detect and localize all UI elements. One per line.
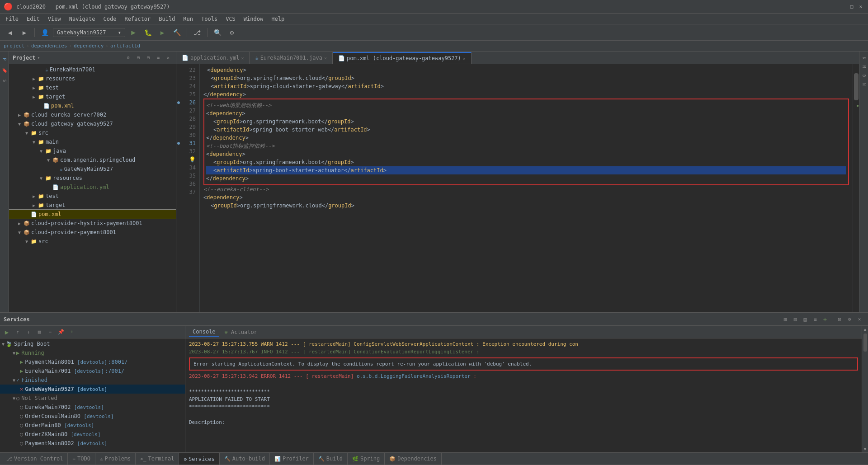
tree-item-gateway-main[interactable]: ☕ GateWayMain9527 <box>9 164 176 174</box>
tree-item-target1[interactable]: ▶ 📁 target <box>9 92 176 101</box>
project-panel-expand[interactable]: ⊞ <box>134 54 142 62</box>
scroll-up-button[interactable]: ↑ <box>13 327 23 337</box>
tree-item-pom1[interactable]: 📄 pom.xml <box>9 101 176 110</box>
tab-auto-build[interactable]: 🔨 Auto-build <box>220 452 270 465</box>
tab-dependencies[interactable]: 📦 Dependencies <box>385 452 442 465</box>
tab-spring[interactable]: 🌿 Spring <box>348 452 385 465</box>
tab-pom-xml[interactable]: 📄 pom.xml (cloud-gateway-gateway9527) ✕ <box>333 52 472 64</box>
debug-button[interactable]: 🐛 <box>142 26 154 39</box>
tab-terminal[interactable]: >_ Terminal <box>136 452 179 465</box>
panel-expand-icon[interactable]: ⊡ <box>835 315 844 324</box>
services-expand-all[interactable]: ⊞ <box>780 315 790 324</box>
svc-item-payment8002[interactable]: ○ PaymentMain8002 [devtools] <box>0 439 185 448</box>
tree-item-pom-gateway[interactable]: 📄 pom.xml <box>9 210 176 219</box>
menu-file[interactable]: File <box>2 15 22 23</box>
vcs-button[interactable]: ⎇ <box>191 26 203 39</box>
services-filter[interactable]: ≡ <box>810 315 820 324</box>
tree-item-resources2[interactable]: ▼ 📁 resources <box>9 174 176 183</box>
tree-item-target2[interactable]: ▶ 📁 target <box>9 201 176 210</box>
close-button[interactable]: ✕ <box>857 3 864 10</box>
svc-item-orderconsul80[interactable]: ○ OrderConsulMain80 [devtools] <box>0 412 185 421</box>
tree-item-application-yml[interactable]: 📄 application.yml <box>9 183 176 192</box>
menu-refactor[interactable]: Refactor <box>121 15 154 23</box>
scroll-down-btn[interactable]: ▼ <box>863 446 866 451</box>
tree-item-hystrix[interactable]: ▶ 📦 cloud-provider-hystrix-payment8001 <box>9 219 176 228</box>
svc-item-ordermain80[interactable]: ○ OrderMain80 [devtools] <box>0 421 185 430</box>
run-button[interactable]: ▶ <box>127 26 140 39</box>
svc-group-not-started[interactable]: ▼ ○ Not Started <box>0 394 185 403</box>
project-icon[interactable]: P <box>0 55 9 63</box>
filter-button[interactable]: ≡ <box>45 327 55 337</box>
menu-code[interactable]: Code <box>100 15 120 23</box>
tab-eurekamain7001-java[interactable]: ☕ EurekaMain7001.java ✕ <box>250 52 333 64</box>
services-add[interactable]: + <box>820 315 830 324</box>
svc-item-gateway9527[interactable]: ✕ GateWayMain9527 [devtools] <box>0 385 185 394</box>
svc-item-eurekamain7001[interactable]: ▶ EurekaMain7001 [devtools] :7001/ <box>0 366 185 376</box>
menu-run[interactable]: Run <box>179 15 197 23</box>
menu-navigate[interactable]: Navigate <box>66 15 99 23</box>
key-promoter-icon[interactable]: K <box>861 55 867 61</box>
tab-version-control[interactable]: ⎇ Version Control <box>2 452 68 465</box>
panel-close-icon[interactable]: ✕ <box>854 315 864 324</box>
bookmarks-icon[interactable]: 🔖 <box>0 66 9 74</box>
menu-edit[interactable]: Edit <box>23 15 43 23</box>
search-everywhere-button[interactable]: 🔍 <box>211 26 224 39</box>
database-icon[interactable]: D <box>861 73 867 79</box>
project-panel-collapse[interactable]: ⊟ <box>144 54 152 62</box>
tab-close-pom[interactable]: ✕ <box>463 56 466 61</box>
tree-item-test1[interactable]: ▶ 📁 test <box>9 83 176 92</box>
tab-build[interactable]: 🔨 Build <box>314 452 348 465</box>
menu-vcs[interactable]: VCS <box>222 15 239 23</box>
project-panel-close[interactable]: ✕ <box>164 54 172 62</box>
menu-view[interactable]: View <box>44 15 65 23</box>
console-output[interactable]: 2023-08-27 15:27:13.755 WARN 1412 --- [ … <box>185 338 862 452</box>
breadcrumb-project[interactable]: project <box>4 43 24 49</box>
menu-build[interactable]: Build <box>155 15 179 23</box>
scroll-down-button[interactable]: ↓ <box>24 327 33 337</box>
tree-item-src[interactable]: ▼ 📁 src <box>9 128 176 137</box>
pin-button[interactable]: 📌 <box>56 327 66 337</box>
tree-item-resources1[interactable]: ▶ 📁 resources <box>9 74 176 83</box>
project-panel-gear[interactable]: ⚙ <box>124 54 132 62</box>
tree-item-src2[interactable]: ▼ 📁 src <box>9 237 176 246</box>
run-configurations-dropdown[interactable]: 👤 <box>38 26 51 39</box>
forward-button[interactable]: ▶ <box>18 26 31 39</box>
svc-group-springboot[interactable]: ▼ 🍃 Spring Boot <box>0 339 185 348</box>
run-with-coverage-button[interactable]: ▶ <box>156 26 169 39</box>
build-button[interactable]: 🔨 <box>170 26 183 39</box>
tree-item-cloud-gateway[interactable]: ▼ 📦 cloud-gateway-gateway9527 <box>9 119 176 128</box>
settings-button[interactable]: ⚙ <box>226 26 238 39</box>
tree-item-test2[interactable]: ▶ 📁 test <box>9 192 176 201</box>
menu-help[interactable]: Help <box>268 15 288 23</box>
menu-window[interactable]: Window <box>240 15 267 23</box>
add-service-button[interactable]: + <box>67 327 77 337</box>
console-scrollbar-thumb[interactable] <box>863 333 867 352</box>
maven-icon[interactable]: M <box>861 64 867 70</box>
maximize-button[interactable]: □ <box>848 3 855 10</box>
code-editor[interactable]: <dependency> <groupId>org.springframewor… <box>200 64 853 312</box>
tree-item-package[interactable]: ▼ 📦 com.angenin.springcloud <box>9 155 176 164</box>
breadcrumb-dependency[interactable]: dependency <box>74 43 104 49</box>
tab-actuator[interactable]: ⊕ Actuator <box>221 328 261 336</box>
tab-todo[interactable]: ≡ TODO <box>68 452 95 465</box>
panel-settings-icon[interactable]: ⚙ <box>844 315 854 324</box>
tab-problems[interactable]: ⚠ Problems <box>95 452 136 465</box>
tab-application-yml[interactable]: 📄 application.yml ✕ <box>176 52 250 64</box>
svc-group-running[interactable]: ▼ ▶ Running <box>0 348 185 357</box>
tab-profiler[interactable]: 📊 Profiler <box>270 452 314 465</box>
tree-item-java[interactable]: ▼ 📁 java <box>9 146 176 155</box>
tree-item-eurekamain7001[interactable]: ☕ EurekaMain7001 <box>9 65 176 74</box>
project-panel-dropdown[interactable]: ▾ <box>38 55 40 60</box>
back-button[interactable]: ◀ <box>4 26 16 39</box>
tree-item-eureka-server7002[interactable]: ▶ 📦 cloud-eureka-server7002 <box>9 110 176 119</box>
tab-close-yml[interactable]: ✕ <box>241 56 244 61</box>
services-collapse-all[interactable]: ⊟ <box>790 315 800 324</box>
structure-icon[interactable]: S <box>0 77 9 85</box>
tab-services[interactable]: ⚙ Services <box>179 452 219 465</box>
notifications-icon[interactable]: N <box>861 81 867 87</box>
scroll-up-btn[interactable]: ▲ <box>863 327 866 332</box>
run-all-button[interactable]: ▶ <box>2 327 12 337</box>
tab-console[interactable]: Console <box>189 328 219 337</box>
tab-close-java[interactable]: ✕ <box>324 56 327 61</box>
group-button[interactable]: ▤ <box>34 327 44 337</box>
